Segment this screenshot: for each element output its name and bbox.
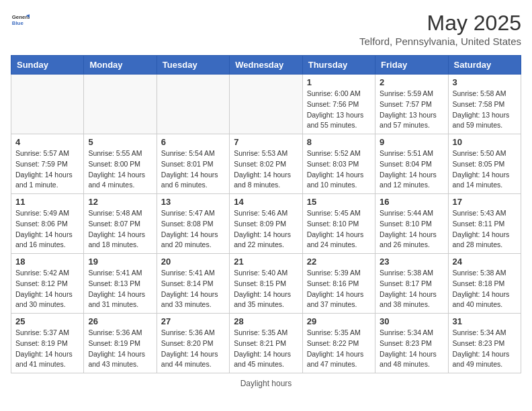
day-number: 3	[453, 77, 517, 87]
day-number: 10	[453, 137, 517, 147]
svg-text:Blue: Blue	[12, 20, 24, 26]
calendar-cell: 8Sunrise: 5:52 AM Sunset: 8:03 PM Daylig…	[302, 134, 375, 194]
day-info: Sunrise: 5:54 AM Sunset: 8:01 PM Dayligh…	[161, 148, 225, 191]
calendar-cell	[230, 75, 302, 134]
day-info: Sunrise: 5:34 AM Sunset: 8:23 PM Dayligh…	[453, 328, 517, 370]
day-number: 25	[15, 316, 79, 326]
calendar-cell: 30Sunrise: 5:34 AM Sunset: 8:23 PM Dayli…	[375, 314, 448, 373]
day-info: Sunrise: 5:43 AM Sunset: 8:11 PM Dayligh…	[453, 208, 517, 250]
day-info: Sunrise: 5:36 AM Sunset: 8:20 PM Dayligh…	[161, 328, 225, 370]
subtitle: Telford, Pennsylvania, United States	[359, 36, 521, 47]
calendar-table: SundayMondayTuesdayWednesdayThursdayFrid…	[11, 55, 521, 373]
col-header-thursday: Thursday	[302, 56, 375, 75]
day-number: 2	[380, 77, 443, 87]
footer-note: Daylight hours	[11, 379, 521, 388]
day-info: Sunrise: 5:49 AM Sunset: 8:06 PM Dayligh…	[15, 208, 79, 250]
calendar-cell: 23Sunrise: 5:38 AM Sunset: 8:17 PM Dayli…	[375, 254, 448, 314]
day-number: 18	[15, 257, 79, 267]
day-number: 27	[161, 316, 225, 326]
day-number: 26	[88, 316, 152, 326]
calendar-cell: 28Sunrise: 5:35 AM Sunset: 8:21 PM Dayli…	[230, 314, 302, 373]
day-info: Sunrise: 5:42 AM Sunset: 8:12 PM Dayligh…	[15, 268, 79, 310]
title-block: May 2025 Telford, Pennsylvania, United S…	[359, 11, 521, 47]
calendar-cell: 4Sunrise: 5:57 AM Sunset: 7:59 PM Daylig…	[11, 134, 84, 194]
day-number: 23	[380, 257, 443, 267]
calendar-cell: 20Sunrise: 5:41 AM Sunset: 8:14 PM Dayli…	[157, 254, 229, 314]
calendar-cell	[84, 75, 157, 134]
day-info: Sunrise: 5:37 AM Sunset: 8:19 PM Dayligh…	[15, 328, 79, 370]
calendar-header-row: SundayMondayTuesdayWednesdayThursdayFrid…	[11, 56, 521, 75]
day-info: Sunrise: 5:35 AM Sunset: 8:22 PM Dayligh…	[307, 328, 371, 370]
calendar-cell: 7Sunrise: 5:53 AM Sunset: 8:02 PM Daylig…	[230, 134, 302, 194]
day-info: Sunrise: 5:34 AM Sunset: 8:23 PM Dayligh…	[380, 328, 443, 370]
page-header: General Blue May 2025 Telford, Pennsylva…	[11, 11, 521, 47]
day-info: Sunrise: 5:40 AM Sunset: 8:15 PM Dayligh…	[234, 268, 298, 310]
day-info: Sunrise: 5:45 AM Sunset: 8:10 PM Dayligh…	[307, 208, 371, 250]
col-header-monday: Monday	[84, 56, 157, 75]
day-number: 7	[234, 137, 298, 147]
calendar-cell: 16Sunrise: 5:44 AM Sunset: 8:10 PM Dayli…	[375, 194, 448, 254]
calendar-cell: 19Sunrise: 5:41 AM Sunset: 8:13 PM Dayli…	[84, 254, 157, 314]
day-number: 1	[307, 77, 371, 87]
day-info: Sunrise: 5:52 AM Sunset: 8:03 PM Dayligh…	[307, 148, 371, 191]
calendar-cell: 27Sunrise: 5:36 AM Sunset: 8:20 PM Dayli…	[157, 314, 229, 373]
calendar-cell: 31Sunrise: 5:34 AM Sunset: 8:23 PM Dayli…	[448, 314, 521, 373]
day-info: Sunrise: 5:46 AM Sunset: 8:09 PM Dayligh…	[234, 208, 298, 250]
calendar-cell: 12Sunrise: 5:48 AM Sunset: 8:07 PM Dayli…	[84, 194, 157, 254]
day-info: Sunrise: 5:55 AM Sunset: 8:00 PM Dayligh…	[88, 148, 152, 191]
calendar-cell: 11Sunrise: 5:49 AM Sunset: 8:06 PM Dayli…	[11, 194, 84, 254]
day-number: 6	[161, 137, 225, 147]
day-number: 16	[380, 197, 443, 207]
calendar-cell: 2Sunrise: 5:59 AM Sunset: 7:57 PM Daylig…	[375, 75, 448, 134]
day-number: 30	[380, 316, 443, 326]
day-info: Sunrise: 5:51 AM Sunset: 8:04 PM Dayligh…	[380, 148, 443, 191]
col-header-friday: Friday	[375, 56, 448, 75]
day-number: 5	[88, 137, 152, 147]
col-header-sunday: Sunday	[11, 56, 84, 75]
day-info: Sunrise: 5:50 AM Sunset: 8:05 PM Dayligh…	[453, 148, 517, 191]
calendar-cell	[11, 75, 84, 134]
day-info: Sunrise: 5:44 AM Sunset: 8:10 PM Dayligh…	[380, 208, 443, 250]
day-info: Sunrise: 5:38 AM Sunset: 8:17 PM Dayligh…	[380, 268, 443, 310]
day-number: 12	[88, 197, 152, 207]
calendar-cell: 29Sunrise: 5:35 AM Sunset: 8:22 PM Dayli…	[302, 314, 375, 373]
day-number: 22	[307, 257, 371, 267]
calendar-week-1: 1Sunrise: 6:00 AM Sunset: 7:56 PM Daylig…	[11, 75, 521, 134]
day-number: 24	[453, 257, 517, 267]
day-number: 13	[161, 197, 225, 207]
day-number: 17	[453, 197, 517, 207]
day-info: Sunrise: 5:59 AM Sunset: 7:57 PM Dayligh…	[380, 89, 443, 131]
col-header-saturday: Saturday	[448, 56, 521, 75]
calendar-cell: 9Sunrise: 5:51 AM Sunset: 8:04 PM Daylig…	[375, 134, 448, 194]
day-info: Sunrise: 5:58 AM Sunset: 7:58 PM Dayligh…	[453, 89, 517, 131]
calendar-cell: 1Sunrise: 6:00 AM Sunset: 7:56 PM Daylig…	[302, 75, 375, 134]
col-header-tuesday: Tuesday	[157, 56, 229, 75]
calendar-cell: 24Sunrise: 5:38 AM Sunset: 8:18 PM Dayli…	[448, 254, 521, 314]
day-number: 20	[161, 257, 225, 267]
logo: General Blue	[11, 11, 30, 30]
day-info: Sunrise: 5:48 AM Sunset: 8:07 PM Dayligh…	[88, 208, 152, 250]
calendar-cell: 5Sunrise: 5:55 AM Sunset: 8:00 PM Daylig…	[84, 134, 157, 194]
main-title: May 2025	[359, 11, 521, 36]
day-number: 11	[15, 197, 79, 207]
calendar-cell: 10Sunrise: 5:50 AM Sunset: 8:05 PM Dayli…	[448, 134, 521, 194]
calendar-cell: 26Sunrise: 5:36 AM Sunset: 8:19 PM Dayli…	[84, 314, 157, 373]
calendar-cell: 13Sunrise: 5:47 AM Sunset: 8:08 PM Dayli…	[157, 194, 229, 254]
calendar-cell: 14Sunrise: 5:46 AM Sunset: 8:09 PM Dayli…	[230, 194, 302, 254]
day-info: Sunrise: 5:53 AM Sunset: 8:02 PM Dayligh…	[234, 148, 298, 191]
day-number: 28	[234, 316, 298, 326]
calendar-cell: 18Sunrise: 5:42 AM Sunset: 8:12 PM Dayli…	[11, 254, 84, 314]
day-info: Sunrise: 6:00 AM Sunset: 7:56 PM Dayligh…	[307, 89, 371, 131]
calendar-cell: 6Sunrise: 5:54 AM Sunset: 8:01 PM Daylig…	[157, 134, 229, 194]
calendar-week-5: 25Sunrise: 5:37 AM Sunset: 8:19 PM Dayli…	[11, 314, 521, 373]
calendar-cell: 25Sunrise: 5:37 AM Sunset: 8:19 PM Dayli…	[11, 314, 84, 373]
calendar-cell: 21Sunrise: 5:40 AM Sunset: 8:15 PM Dayli…	[230, 254, 302, 314]
calendar-cell: 22Sunrise: 5:39 AM Sunset: 8:16 PM Dayli…	[302, 254, 375, 314]
calendar-cell	[157, 75, 229, 134]
day-number: 29	[307, 316, 371, 326]
day-number: 8	[307, 137, 371, 147]
calendar-cell: 3Sunrise: 5:58 AM Sunset: 7:58 PM Daylig…	[448, 75, 521, 134]
calendar-cell: 15Sunrise: 5:45 AM Sunset: 8:10 PM Dayli…	[302, 194, 375, 254]
day-number: 14	[234, 197, 298, 207]
day-number: 21	[234, 257, 298, 267]
